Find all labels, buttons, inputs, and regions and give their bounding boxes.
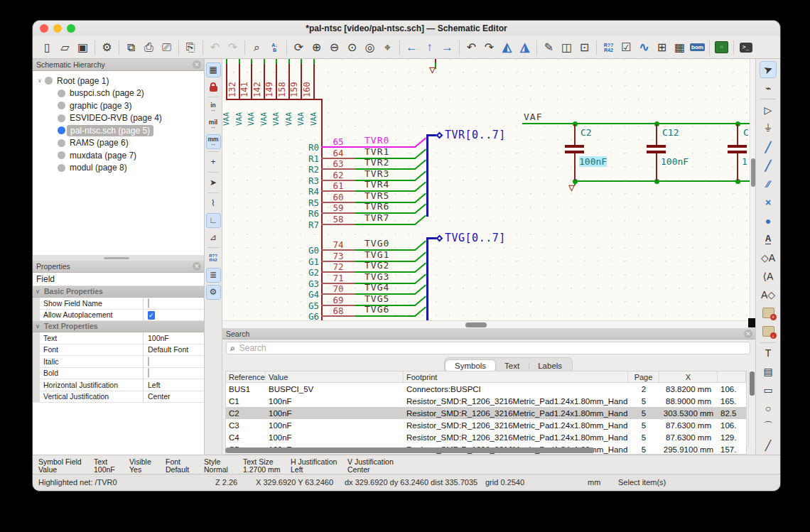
table-row[interactable]: C3100nFResistor_SMD:R_1206_3216Metric_Pa… bbox=[226, 419, 746, 431]
table-row[interactable]: C4100nFResistor_SMD:R_1206_3216Metric_Pa… bbox=[226, 431, 746, 443]
draw-line-button[interactable]: ╱ bbox=[760, 437, 777, 454]
sidebar-item-buspci[interactable]: buspci.sch (page 2) bbox=[33, 87, 204, 100]
footprint-editor-button[interactable]: ⊡ bbox=[576, 38, 593, 56]
component-value[interactable]: 100nF bbox=[579, 156, 607, 167]
units-inches-button[interactable]: in↔ bbox=[206, 100, 221, 115]
draw-arc-button[interactable]: ⌒ bbox=[760, 418, 777, 435]
draw-circle-button[interactable]: ○ bbox=[760, 400, 777, 417]
table-vscroll-thumb[interactable] bbox=[750, 371, 755, 396]
close-icon[interactable]: ✕ bbox=[744, 330, 752, 338]
plot-button[interactable]: ⎚ bbox=[158, 38, 176, 56]
highlight-net-button[interactable]: ⌁ bbox=[760, 80, 777, 97]
tab-labels[interactable]: Labels bbox=[529, 360, 571, 371]
draw-bus-button[interactable]: ╱ bbox=[760, 157, 777, 174]
column-header[interactable]: Page bbox=[628, 371, 659, 382]
component-value[interactable]: 100nF bbox=[661, 156, 688, 167]
checkbox[interactable] bbox=[148, 298, 149, 308]
checkbox[interactable]: ✓ bbox=[148, 311, 155, 320]
page-settings-button[interactable]: ⧉ bbox=[122, 38, 140, 56]
symbol-fields-table-button[interactable]: ▦ bbox=[671, 38, 688, 56]
units-mils-button[interactable]: mil↔ bbox=[206, 117, 221, 132]
table-row[interactable]: C2100nFResistor_SMD:R_1206_3216Metric_Pa… bbox=[226, 407, 746, 419]
find-replace-button[interactable]: A↓B bbox=[266, 38, 284, 56]
scripting-console-button[interactable]: >_ bbox=[737, 38, 755, 56]
place-sheet-pin-button[interactable]: A◇ bbox=[760, 286, 777, 303]
place-no-connect-button[interactable]: × bbox=[760, 194, 777, 211]
sidebar-item-rams[interactable]: RAMS (page 6) bbox=[33, 137, 204, 150]
free-angle-wires-button[interactable]: ⌇ bbox=[206, 196, 221, 211]
section-header[interactable]: Text Properties bbox=[33, 321, 204, 332]
annotate-button[interactable]: R??R42 bbox=[600, 38, 617, 56]
canvas-horizontal-scrollbar[interactable] bbox=[222, 320, 750, 328]
close-icon[interactable]: ✕ bbox=[193, 262, 201, 271]
save-button[interactable]: ▣ bbox=[74, 38, 92, 56]
zoom-page-button[interactable]: ◎ bbox=[361, 38, 379, 56]
units-mm-button[interactable]: mm↔ bbox=[206, 134, 221, 149]
tab-text[interactable]: Text bbox=[495, 360, 529, 371]
place-net-label-button[interactable]: A bbox=[760, 231, 777, 248]
close-icon[interactable]: ✕ bbox=[193, 60, 201, 69]
show-annotations-button[interactable]: R??R42 bbox=[206, 251, 221, 266]
nav-forward-button[interactable]: → bbox=[438, 38, 456, 56]
place-bus-entry-button[interactable]: ∕∕ bbox=[760, 175, 777, 192]
mirror-vertical-button[interactable]: ◮ bbox=[516, 38, 534, 56]
place-power-port-button[interactable]: ⏚ bbox=[760, 120, 777, 137]
column-header[interactable]: Value bbox=[266, 371, 404, 382]
column-header[interactable]: Reference bbox=[226, 371, 266, 382]
sidebar-item-muxdata[interactable]: muxdata (page 7) bbox=[33, 149, 204, 162]
refresh-button[interactable]: ⟳ bbox=[290, 38, 308, 56]
component-value[interactable]: 1 bbox=[742, 156, 747, 167]
undo-button[interactable]: ↶ bbox=[206, 38, 224, 56]
zoom-selection-button[interactable]: ⌖ bbox=[379, 38, 396, 56]
place-symbol-button[interactable]: ▷ bbox=[760, 102, 777, 119]
checkbox[interactable] bbox=[148, 357, 149, 367]
table-hscroll-thumb[interactable] bbox=[225, 447, 595, 453]
sidebar-item-esvideo-rvb[interactable]: ESVIDEO-RVB (page 4) bbox=[33, 112, 204, 125]
rotate-cw-button[interactable]: ↷ bbox=[480, 38, 498, 56]
erc-check-button[interactable]: ☑ bbox=[617, 38, 635, 56]
symbol-library-browser-button[interactable]: ◫ bbox=[558, 38, 576, 56]
column-header[interactable]: Footprint bbox=[404, 371, 628, 382]
canvas-vertical-scrollbar[interactable] bbox=[750, 59, 755, 320]
zoom-out-button[interactable]: ⊖ bbox=[325, 38, 343, 56]
mirror-horizontal-button[interactable]: ◭ bbox=[498, 38, 516, 56]
select-tool-button[interactable]: ➤ bbox=[760, 61, 777, 78]
open-schematic-button[interactable]: ▱ bbox=[56, 38, 74, 56]
nav-up-button[interactable]: ↑ bbox=[421, 38, 438, 56]
zoom-in-button[interactable]: ⊕ bbox=[308, 38, 325, 56]
place-hierarchical-sheet-button[interactable]: + bbox=[760, 305, 777, 322]
open-pcb-editor-button[interactable]: ⌗ bbox=[713, 38, 730, 56]
column-header[interactable] bbox=[718, 371, 746, 382]
search-input[interactable] bbox=[238, 342, 750, 354]
canvas-hscroll-thumb[interactable] bbox=[465, 322, 487, 327]
redo-button[interactable]: ↷ bbox=[224, 38, 242, 56]
hierarchy-navigator-button[interactable]: ≣ bbox=[206, 268, 221, 283]
place-junction-button[interactable]: ● bbox=[760, 212, 777, 229]
sidebar-item-modul[interactable]: modul (page 8) bbox=[33, 162, 204, 175]
place-text-button[interactable]: T bbox=[760, 344, 777, 362]
snap-lock-button[interactable] bbox=[206, 80, 221, 94]
grid-toggle-button[interactable]: ▦ bbox=[206, 63, 221, 77]
table-row[interactable]: C1100nFResistor_SMD:R_1206_3216Metric_Pa… bbox=[226, 395, 746, 407]
new-schematic-button[interactable]: ▯ bbox=[38, 38, 56, 56]
place-global-label-button[interactable]: ◇A bbox=[760, 249, 777, 266]
zoom-fit-button[interactable]: ⊙ bbox=[343, 38, 361, 56]
sidebar-item-graphic[interactable]: graphic (page 3) bbox=[33, 99, 204, 112]
draw-wire-button[interactable]: ╱ bbox=[760, 139, 777, 156]
edit-symbol-button[interactable]: ✎ bbox=[540, 38, 558, 56]
hv-wires-button[interactable]: ∟ bbox=[206, 213, 221, 228]
schematic-canvas[interactable]: VAA132VAA141VAA142VAA149VAA158VAA159VAA1… bbox=[222, 59, 750, 320]
tab-symbols[interactable]: Symbols bbox=[446, 360, 495, 371]
assign-footprints-button[interactable]: ⊞ bbox=[653, 38, 671, 56]
schematic-setup-button[interactable]: ⚙ bbox=[98, 38, 116, 56]
place-text-box-button[interactable]: ▤ bbox=[760, 363, 777, 380]
section-header[interactable]: Basic Properties bbox=[33, 286, 204, 298]
crosshair-cursor-button[interactable]: + bbox=[206, 155, 221, 170]
place-hierarchical-label-button[interactable]: ⟨A bbox=[760, 268, 777, 285]
show-hidden-pins-button[interactable]: ➤ bbox=[206, 175, 221, 190]
wires-45-button[interactable]: ⊿ bbox=[206, 230, 221, 245]
checkbox[interactable] bbox=[148, 368, 149, 378]
nav-back-button[interactable]: ← bbox=[403, 38, 421, 56]
draw-rectangle-button[interactable]: ▭ bbox=[760, 381, 777, 398]
generate-bom-button[interactable]: bom bbox=[688, 38, 706, 56]
